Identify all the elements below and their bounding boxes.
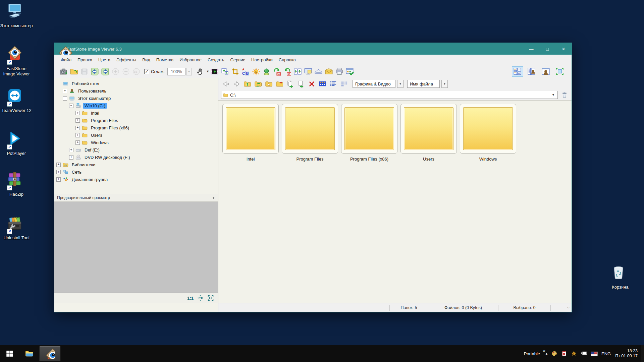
view-fullscreen-button[interactable] — [554, 66, 566, 77]
tree-item-5[interactable]: +Intel — [54, 109, 218, 117]
folder-item-1[interactable]: Intel — [222, 104, 279, 162]
desktop-icon-1[interactable]: Этот компьютер — [0, 3, 33, 28]
crop-button[interactable] — [230, 66, 240, 77]
folder-thumbnail[interactable] — [282, 104, 338, 154]
tree-item-7[interactable]: +Program Files (x86) — [54, 124, 218, 131]
tree-item-label[interactable]: Def (E:) — [83, 147, 101, 153]
menu-item-9[interactable]: Сервис — [227, 57, 249, 62]
tree-item-1[interactable]: Рабочий стол — [54, 80, 218, 87]
rotate-right-button[interactable]: 90 — [282, 66, 292, 77]
favorites-button[interactable] — [264, 79, 274, 88]
folder-item-3[interactable]: Program Files (x86) — [341, 104, 397, 162]
tree-item-14[interactable]: +Домашняя группа — [54, 176, 218, 183]
folder-thumbnail[interactable] — [460, 104, 516, 154]
settings-button[interactable] — [344, 66, 355, 77]
delete-button[interactable] — [307, 79, 317, 88]
tree-item-label[interactable]: Program Files — [90, 118, 119, 123]
file-filter-dropdown-icon[interactable]: ▼ — [397, 80, 404, 88]
folder-up-button[interactable] — [243, 79, 252, 88]
file-filter-select[interactable]: Графика & Видео — [353, 80, 395, 88]
menu-item-6[interactable]: Пометка — [153, 57, 176, 62]
adjust-colors-button[interactable] — [251, 66, 261, 77]
tree-item-3[interactable]: −Этот компьютер — [54, 95, 218, 102]
tree-item-label[interactable]: Библиотеки — [70, 162, 97, 168]
move-to-button[interactable] — [296, 79, 306, 88]
tree-expander-icon[interactable]: + — [75, 118, 80, 123]
desktop-icon-5[interactable]: ↗HaoZip — [0, 171, 33, 197]
next-image-button[interactable] — [100, 66, 110, 77]
tree-expander-icon[interactable]: + — [69, 148, 73, 152]
tree-expander-icon[interactable]: + — [56, 170, 61, 174]
print-button[interactable] — [334, 66, 344, 77]
screen-capture-button[interactable] — [261, 66, 272, 77]
tree-item-label[interactable]: Win10 (C:) — [83, 103, 107, 109]
menu-item-5[interactable]: Вид — [139, 57, 153, 62]
nav-forward-button[interactable] — [232, 79, 241, 88]
acquire-camera-button[interactable] — [58, 66, 69, 77]
open-folder-button[interactable] — [69, 66, 79, 77]
tree-item-12[interactable]: +Библиотеки — [54, 161, 218, 168]
tree-expander-icon[interactable]: + — [75, 133, 80, 137]
tree-item-label[interactable]: Пользователь — [77, 88, 108, 94]
clipboard-tray-icon[interactable] — [561, 351, 568, 357]
menu-item-1[interactable]: Файл — [58, 57, 74, 62]
folder-item-2[interactable]: Program Files — [282, 104, 338, 162]
explorer-taskbar-button[interactable] — [19, 345, 39, 362]
maximize-button[interactable]: □ — [539, 43, 555, 55]
language-indicator[interactable]: ENG — [601, 351, 611, 356]
sort-order-dropdown-icon[interactable]: ▼ — [441, 80, 448, 88]
preview-header[interactable]: Предварительный просмотр » — [54, 194, 218, 202]
desktop-icon-3[interactable]: ↗TeamViewer 12 — [0, 87, 33, 113]
menu-item-7[interactable]: Избранное — [176, 57, 205, 62]
folder-thumbnail[interactable] — [341, 104, 397, 154]
faststone-taskbar-button[interactable] — [40, 346, 60, 361]
hidden-icons-chevron[interactable]: ▲ — [545, 352, 548, 355]
view-details-button[interactable] — [328, 79, 338, 88]
desktop-icon-4[interactable]: ↗PotPlayer — [0, 130, 33, 156]
address-dropdown-icon[interactable]: ▼ — [552, 93, 556, 97]
rotate-left-button[interactable]: 90 — [272, 66, 282, 77]
prev-image-button[interactable] — [90, 66, 100, 77]
smoothing-checkbox[interactable]: ✓ — [144, 69, 149, 74]
portable-toolbar-label[interactable]: Portable » — [524, 351, 541, 356]
preview-fit-icon[interactable] — [207, 294, 214, 302]
tree-expander-icon[interactable]: − — [63, 96, 67, 101]
tree-expander-icon[interactable]: + — [63, 89, 67, 93]
zoom-actual-button[interactable]: 1:1 — [131, 66, 142, 77]
email-button[interactable] — [324, 66, 334, 77]
zoom-percent-input[interactable]: 100% — [167, 68, 185, 75]
show-desktop-button[interactable] — [641, 345, 644, 362]
collapse-chevron-icon[interactable]: » — [212, 197, 216, 199]
clear-history-button[interactable] — [560, 90, 569, 99]
nav-back-button[interactable] — [221, 79, 231, 88]
tree-expander-icon[interactable]: − — [69, 104, 73, 108]
tree-item-label[interactable]: Этот компьютер — [77, 96, 112, 101]
desktop-icon-2[interactable]: ↗FastStone Image Viewer — [0, 46, 33, 77]
menu-item-4[interactable]: Эффекты — [113, 57, 139, 62]
folder-thumbnail[interactable] — [400, 104, 457, 154]
desktop-icon-6[interactable]: ↗Uninstall Tool — [0, 215, 33, 241]
new-folder-button[interactable] — [275, 79, 284, 88]
view-image-button[interactable] — [540, 66, 551, 77]
menu-item-8[interactable]: Создать — [205, 57, 227, 62]
save-button[interactable] — [79, 66, 90, 77]
tree-item-label[interactable]: Intel — [90, 110, 101, 116]
address-combobox[interactable]: C:\ ▼ — [221, 91, 558, 99]
slideshow-button[interactable] — [209, 66, 220, 77]
wallpaper-button[interactable] — [303, 66, 313, 77]
resize-button[interactable] — [220, 66, 230, 77]
tree-item-label[interactable]: Рабочий стол — [70, 81, 101, 86]
view-browser-button[interactable] — [512, 66, 523, 77]
tree-item-4[interactable]: −Win10 (C:) — [54, 102, 218, 109]
folder-thumbnail[interactable] — [222, 104, 279, 154]
tree-item-11[interactable]: +DVD RW дисковод (F:) — [54, 154, 218, 161]
tree-item-label[interactable]: Program Files (x86) — [90, 125, 130, 131]
refresh-button[interactable] — [253, 79, 263, 88]
scan-button[interactable] — [313, 66, 324, 77]
palette-tray-icon[interactable] — [552, 351, 558, 357]
folder-item-4[interactable]: Users — [400, 104, 457, 162]
tree-item-8[interactable]: +Users — [54, 131, 218, 139]
view-thumbnails-button[interactable] — [318, 79, 327, 88]
tree-expander-icon[interactable]: + — [56, 177, 61, 182]
tree-item-label[interactable]: Домашняя группа — [70, 177, 109, 182]
